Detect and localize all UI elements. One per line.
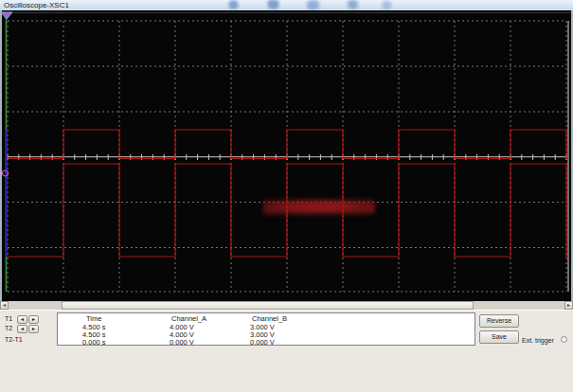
scope-canvas	[0, 10, 573, 301]
scroll-left-button[interactable]: ◄	[0, 301, 9, 310]
cursor-handle[interactable]	[1, 12, 12, 19]
window-title: Oscilloscope-XSC1	[4, 1, 69, 9]
t2-right-arrow-button[interactable]: ►	[28, 325, 39, 333]
display-scrollbar[interactable]: ◄ ►	[0, 301, 573, 310]
trace-channel-a	[8, 164, 568, 257]
scrollbar-thumb[interactable]	[62, 301, 474, 310]
oscilloscope-window: Oscilloscope-XSC1 ◄ ► T1 ◄ ► T2 ◄ ► T2-T…	[0, 0, 573, 392]
reverse-button[interactable]: Reverse	[479, 314, 519, 328]
diff-time: 0.000 s	[82, 338, 106, 347]
titlebar-watermark	[204, 0, 403, 9]
trace-channel-b	[8, 130, 568, 159]
diff-cha: 0.000 V	[170, 338, 194, 347]
t1-right-arrow-button[interactable]: ►	[28, 315, 39, 324]
cursor-t2-label: T2	[5, 325, 12, 331]
save-button[interactable]: Save	[479, 330, 519, 344]
ext-trigger-label: Ext. trigger	[522, 337, 554, 344]
col-channel-a: Channel_A	[171, 314, 206, 323]
col-channel-b: Channel_B	[252, 314, 287, 323]
ext-trigger-indicator[interactable]	[561, 336, 567, 343]
measurement-readout: Time Channel_A Channel_B 4.500 s 4.000 V…	[57, 312, 475, 346]
cursor-t1-label: T1	[5, 315, 12, 322]
col-time: Time	[86, 314, 101, 323]
scope-display	[0, 10, 573, 301]
control-panel: T1 ◄ ► T2 ◄ ► T2-T1 Time Channel_A Chann…	[0, 310, 573, 392]
t2-left-arrow-button[interactable]: ◄	[17, 325, 27, 333]
scroll-right-button[interactable]: ►	[564, 301, 573, 310]
diff-chb: 0.000 V	[250, 338, 275, 347]
cursor-diff-label: T2-T1	[5, 336, 23, 343]
t1-left-arrow-button[interactable]: ◄	[17, 315, 27, 324]
